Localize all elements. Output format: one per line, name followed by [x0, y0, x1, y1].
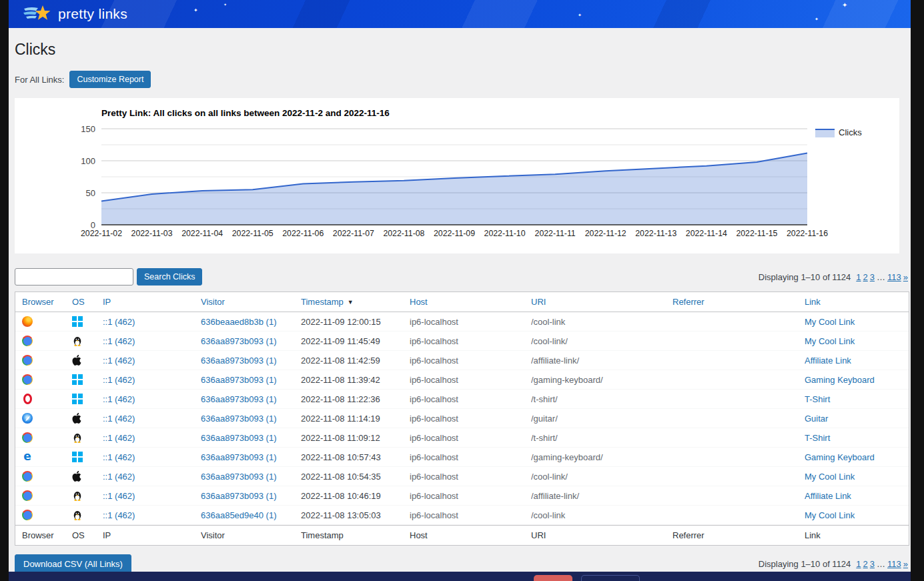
- column-footer-link[interactable]: Link: [805, 530, 909, 540]
- svg-text:150: 150: [81, 124, 95, 134]
- link-cell: My Cool Link: [805, 472, 909, 482]
- ip-link[interactable]: ::1 (462): [103, 356, 135, 366]
- visitor-cell: 636aa8973b093 (1): [201, 433, 301, 443]
- download-csv-button[interactable]: Download CSV (All Links): [15, 554, 131, 572]
- ip-link[interactable]: ::1 (462): [103, 317, 135, 327]
- visitor-link[interactable]: 636aa8973b093 (1): [201, 375, 277, 385]
- ip-link[interactable]: ::1 (462): [103, 510, 135, 520]
- timestamp-cell: 2022-11-08 11:09:12: [301, 433, 410, 443]
- link-cell: T-Shirt: [805, 394, 909, 404]
- column-footer-visitor[interactable]: Visitor: [201, 530, 301, 540]
- visitor-link[interactable]: 636aa8973b093 (1): [201, 356, 277, 366]
- visitor-link[interactable]: 636aa8973b093 (1): [201, 394, 277, 404]
- column-header-link[interactable]: Link: [805, 297, 909, 307]
- customize-report-button[interactable]: Customize Report: [69, 71, 151, 88]
- page-link-»[interactable]: »: [903, 272, 908, 282]
- os-cell: [72, 336, 103, 347]
- timestamp-cell: 2022-11-08 10:57:43: [301, 452, 410, 462]
- page-title: Clicks: [15, 41, 911, 59]
- pretty-link[interactable]: T-Shirt: [805, 394, 830, 404]
- ip-link[interactable]: ::1 (462): [103, 414, 135, 424]
- uri-cell: /t-shirt/: [531, 394, 672, 404]
- pretty-link[interactable]: Affiliate Link: [805, 356, 851, 366]
- column-header-uri[interactable]: URI: [531, 297, 672, 307]
- page-link-3[interactable]: 3: [870, 559, 875, 569]
- column-footer-ip[interactable]: IP: [103, 530, 201, 540]
- page-link-»[interactable]: »: [903, 559, 908, 569]
- visitor-link[interactable]: 636aa85ed9e40 (1): [201, 510, 277, 520]
- page-link-2[interactable]: 2: [863, 272, 868, 282]
- column-header-browser[interactable]: Browser: [22, 297, 72, 307]
- chrome-icon: [22, 432, 33, 443]
- visitor-link[interactable]: 636beaaed8b3b (1): [201, 317, 277, 327]
- column-header-os[interactable]: OS: [72, 297, 103, 307]
- column-header-timestamp[interactable]: Timestamp▼: [301, 297, 410, 307]
- column-footer-browser[interactable]: Browser: [22, 530, 72, 540]
- page-link-113[interactable]: 113: [887, 559, 901, 569]
- footer-outline-button-peek[interactable]: [581, 575, 640, 581]
- footer-red-button-peek[interactable]: [534, 575, 572, 581]
- os-cell: [72, 471, 103, 482]
- pretty-link[interactable]: My Cool Link: [805, 317, 855, 327]
- column-header-visitor[interactable]: Visitor: [201, 297, 301, 307]
- ip-link[interactable]: ::1 (462): [103, 336, 135, 346]
- ip-cell: ::1 (462): [103, 510, 201, 520]
- column-footer-referrer[interactable]: Referrer: [672, 530, 805, 540]
- column-footer-uri[interactable]: URI: [531, 530, 672, 540]
- link-cell: My Cool Link: [805, 336, 909, 346]
- chrome-icon: [22, 374, 33, 385]
- pretty-link[interactable]: My Cool Link: [805, 472, 855, 482]
- page-link-2[interactable]: 2: [863, 559, 868, 569]
- visitor-link[interactable]: 636aa8973b093 (1): [201, 433, 277, 443]
- column-footer-host[interactable]: Host: [410, 530, 531, 540]
- pretty-link[interactable]: Gaming Keyboard: [805, 452, 875, 462]
- ip-link[interactable]: ::1 (462): [103, 491, 135, 501]
- ip-link[interactable]: ::1 (462): [103, 375, 135, 385]
- visitor-cell: 636aa85ed9e40 (1): [201, 510, 301, 520]
- link-cell: Gaming Keyboard: [805, 375, 909, 385]
- chrome-icon: [22, 355, 33, 366]
- pretty-link[interactable]: T-Shirt: [805, 433, 830, 443]
- page-link-1[interactable]: 1: [856, 559, 861, 569]
- table-row: ::1 (462) 636beaaed8b3b (1) 2022-11-09 1…: [15, 312, 909, 332]
- pretty-link[interactable]: My Cool Link: [805, 336, 855, 346]
- page-link-3[interactable]: 3: [870, 272, 875, 282]
- column-header-referrer[interactable]: Referrer: [672, 297, 805, 307]
- column-header-host[interactable]: Host: [410, 297, 531, 307]
- ip-cell: ::1 (462): [103, 394, 201, 404]
- pretty-link[interactable]: Gaming Keyboard: [805, 375, 875, 385]
- visitor-link[interactable]: 636aa8973b093 (1): [201, 414, 277, 424]
- column-footer-timestamp[interactable]: Timestamp: [301, 530, 410, 540]
- svg-text:2022-11-10: 2022-11-10: [484, 229, 526, 238]
- pretty-link[interactable]: Affiliate Link: [805, 491, 851, 501]
- timestamp-cell: 2022-11-08 11:39:42: [301, 375, 410, 385]
- visitor-link[interactable]: 636aa8973b093 (1): [201, 491, 277, 501]
- page-link-1[interactable]: 1: [856, 272, 861, 282]
- sparkle-icon: ✦: [578, 13, 582, 18]
- column-header-ip[interactable]: IP: [103, 297, 201, 307]
- ip-link[interactable]: ::1 (462): [103, 433, 135, 443]
- pretty-link[interactable]: My Cool Link: [805, 510, 855, 520]
- visitor-cell: 636aa8973b093 (1): [201, 394, 301, 404]
- legend-label: Clicks: [839, 127, 862, 137]
- chart-legend: Clicks: [815, 127, 862, 137]
- browser-cell: [22, 336, 72, 347]
- ip-link[interactable]: ::1 (462): [103, 472, 135, 482]
- visitor-link[interactable]: 636aa8973b093 (1): [201, 452, 277, 462]
- column-footer-os[interactable]: OS: [72, 530, 103, 540]
- page-link-113[interactable]: 113: [887, 272, 901, 282]
- ip-link[interactable]: ::1 (462): [103, 452, 135, 462]
- search-input[interactable]: [15, 268, 133, 285]
- visitor-link[interactable]: 636aa8973b093 (1): [201, 472, 277, 482]
- pretty-links-logo: pretty links: [23, 3, 127, 25]
- sparkle-icon: ✦: [223, 2, 227, 7]
- ip-cell: ::1 (462): [103, 414, 201, 424]
- ip-link[interactable]: ::1 (462): [103, 394, 135, 404]
- link-cell: T-Shirt: [805, 433, 909, 443]
- uri-cell: /gaming-keyboard/: [531, 375, 672, 385]
- search-clicks-button[interactable]: Search Clicks: [137, 268, 202, 285]
- visitor-link[interactable]: 636aa8973b093 (1): [201, 336, 277, 346]
- pretty-link[interactable]: Guitar: [805, 414, 828, 424]
- svg-text:2022-11-04: 2022-11-04: [181, 229, 223, 238]
- browser-cell: [22, 316, 72, 328]
